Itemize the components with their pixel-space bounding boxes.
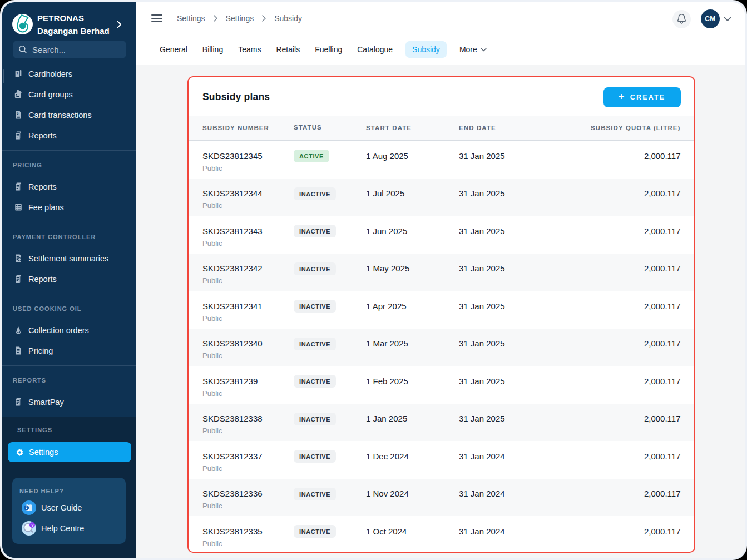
svg-text:?: ? [31, 523, 34, 528]
svg-text:$: $ [17, 111, 19, 116]
svg-text:?: ? [16, 71, 18, 76]
